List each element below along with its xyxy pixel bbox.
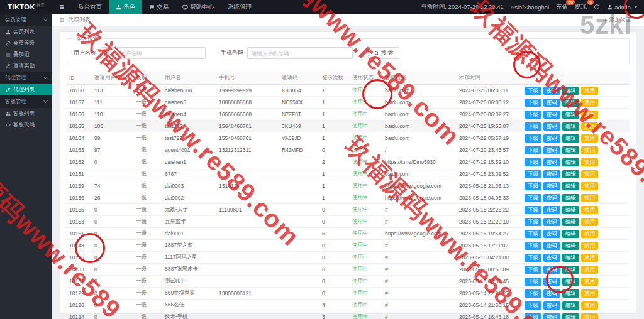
password-button[interactable]: 密码 bbox=[543, 242, 560, 250]
edit-button[interactable]: 编辑 bbox=[562, 313, 579, 319]
edit-button[interactable]: 编辑 bbox=[562, 242, 579, 250]
edit-button[interactable]: 编辑 bbox=[562, 254, 579, 262]
subordinates-button[interactable]: 下级 bbox=[525, 289, 541, 298]
refresh-icon[interactable] bbox=[594, 4, 600, 10]
edit-button[interactable]: 编辑 bbox=[562, 289, 579, 298]
password-button[interactable]: 密码 bbox=[543, 146, 560, 154]
disable-button[interactable]: 禁用 bbox=[581, 289, 598, 298]
edit-button[interactable]: 编辑 bbox=[562, 206, 579, 214]
edit-button[interactable]: 编辑 bbox=[562, 266, 579, 274]
disable-button[interactable]: 禁用 bbox=[581, 266, 598, 274]
sidebar-item-1-3[interactable]: 叠加组 bbox=[0, 49, 52, 60]
disable-button[interactable]: 禁用 bbox=[581, 99, 598, 107]
disable-button[interactable]: 禁用 bbox=[581, 278, 598, 286]
subordinates-button[interactable]: 下级 bbox=[525, 99, 541, 107]
subordinates-button[interactable]: 下级 bbox=[525, 111, 541, 119]
password-button[interactable]: 密码 bbox=[543, 194, 560, 202]
disable-button[interactable]: 禁用 bbox=[581, 194, 598, 202]
disable-button[interactable]: 禁用 bbox=[581, 313, 598, 319]
subordinates-button[interactable]: 下级 bbox=[525, 230, 541, 238]
password-button[interactable]: 密码 bbox=[543, 266, 560, 274]
disable-button[interactable]: 禁用 bbox=[581, 230, 598, 238]
subordinates-button[interactable]: 下级 bbox=[525, 266, 541, 274]
topnav-item-3[interactable]: 交易 bbox=[142, 0, 175, 14]
sidebar-group-2[interactable]: 代理管理 bbox=[0, 72, 52, 84]
user-menu[interactable]: admin bbox=[607, 4, 638, 11]
edit-button[interactable]: 编辑 bbox=[562, 218, 579, 226]
edit-button[interactable]: 编辑 bbox=[562, 278, 579, 286]
disable-button[interactable]: 禁用 bbox=[581, 87, 598, 95]
disable-button[interactable]: 禁用 bbox=[581, 146, 598, 154]
sidebar-group-1[interactable]: 会员管理 bbox=[0, 14, 52, 26]
edit-button[interactable]: 编辑 bbox=[562, 301, 579, 310]
password-button[interactable]: 密码 bbox=[543, 122, 560, 131]
recharge-link[interactable]: 充值 56 bbox=[556, 3, 568, 11]
edit-button[interactable]: 编辑 bbox=[562, 134, 579, 143]
disable-button[interactable]: 禁用 bbox=[581, 158, 598, 166]
edit-button[interactable]: 编辑 bbox=[562, 146, 579, 154]
withdraw-link[interactable]: 提现 5 bbox=[575, 3, 587, 11]
phone-input[interactable] bbox=[247, 47, 353, 59]
edit-button[interactable]: 编辑 bbox=[562, 87, 579, 95]
edit-button[interactable]: 编辑 bbox=[562, 122, 579, 131]
sidebar-item-2-1[interactable]: 代理列表 bbox=[0, 84, 52, 95]
subordinates-button[interactable]: 下级 bbox=[525, 206, 541, 214]
username-input[interactable] bbox=[100, 47, 206, 59]
edit-button[interactable]: 编辑 bbox=[562, 182, 579, 190]
edit-button[interactable]: 编辑 bbox=[562, 99, 579, 107]
subordinates-button[interactable]: 下级 bbox=[525, 218, 541, 226]
subordinates-button[interactable]: 下级 bbox=[525, 194, 541, 202]
password-button[interactable]: 密码 bbox=[543, 111, 560, 119]
topnav-item-2[interactable]: 角色 bbox=[109, 0, 142, 14]
disable-button[interactable]: 禁用 bbox=[581, 218, 598, 226]
sidebar-item-3-2[interactable]: 客服代码 bbox=[0, 119, 52, 131]
disable-button[interactable]: 禁用 bbox=[581, 301, 598, 310]
edit-button[interactable]: 编辑 bbox=[562, 170, 579, 178]
topnav-item-5[interactable]: 系统管理 bbox=[221, 0, 258, 14]
disable-button[interactable]: 禁用 bbox=[581, 122, 598, 131]
password-button[interactable]: 密码 bbox=[543, 289, 560, 298]
edit-button[interactable]: 编辑 bbox=[562, 158, 579, 166]
sidebar-group-3[interactable]: 客服管理 bbox=[0, 95, 52, 108]
subordinates-button[interactable]: 下级 bbox=[525, 313, 541, 319]
password-button[interactable]: 密码 bbox=[543, 134, 560, 143]
password-button[interactable]: 密码 bbox=[543, 99, 560, 107]
edit-button[interactable]: 编辑 bbox=[562, 230, 579, 238]
disable-button[interactable]: 禁用 bbox=[581, 111, 598, 119]
subordinates-button[interactable]: 下级 bbox=[525, 122, 541, 131]
subordinates-button[interactable]: 下级 bbox=[525, 146, 541, 154]
app-logo[interactable]: TIKTOK 抖音 bbox=[0, 0, 52, 14]
password-button[interactable]: 密码 bbox=[543, 158, 560, 166]
password-button[interactable]: 密码 bbox=[543, 218, 560, 226]
subordinates-button[interactable]: 下级 bbox=[525, 87, 541, 95]
subordinates-button[interactable]: 下级 bbox=[525, 301, 541, 310]
password-button[interactable]: 密码 bbox=[543, 278, 560, 286]
subordinates-button[interactable]: 下级 bbox=[525, 278, 541, 286]
subordinates-button[interactable]: 下级 bbox=[525, 254, 541, 262]
menu-toggle-icon[interactable]: ≡ bbox=[52, 0, 71, 14]
sidebar-item-1-2[interactable]: 会员等级 bbox=[0, 38, 52, 49]
disable-button[interactable]: 禁用 bbox=[581, 182, 598, 190]
add-agent-button[interactable]: 添加代理 bbox=[599, 16, 635, 24]
topnav-item-1[interactable]: 后台首页 bbox=[71, 0, 109, 14]
sidebar-item-3-1[interactable]: 客服列表 bbox=[0, 108, 52, 119]
password-button[interactable]: 密码 bbox=[543, 301, 560, 310]
password-button[interactable]: 密码 bbox=[543, 170, 560, 178]
sidebar-item-1-4[interactable]: 邀请奖励 bbox=[0, 60, 52, 72]
edit-button[interactable]: 编辑 bbox=[562, 111, 579, 119]
subordinates-button[interactable]: 下级 bbox=[525, 170, 541, 178]
topnav-item-4[interactable]: 帮助中心 bbox=[175, 0, 221, 14]
subordinates-button[interactable]: 下级 bbox=[525, 242, 541, 250]
edit-button[interactable]: 编辑 bbox=[562, 194, 579, 202]
password-button[interactable]: 密码 bbox=[543, 182, 560, 190]
subordinates-button[interactable]: 下级 bbox=[525, 182, 541, 190]
password-button[interactable]: 密码 bbox=[543, 230, 560, 238]
disable-button[interactable]: 禁用 bbox=[581, 134, 598, 143]
password-button[interactable]: 密码 bbox=[543, 254, 560, 262]
password-button[interactable]: 密码 bbox=[543, 206, 560, 214]
subordinates-button[interactable]: 下级 bbox=[525, 158, 541, 166]
sidebar-item-1-1[interactable]: 会员列表 bbox=[0, 26, 52, 38]
search-button[interactable]: 搜 索 bbox=[368, 47, 399, 59]
disable-button[interactable]: 禁用 bbox=[581, 206, 598, 214]
subordinates-button[interactable]: 下级 bbox=[525, 134, 541, 143]
